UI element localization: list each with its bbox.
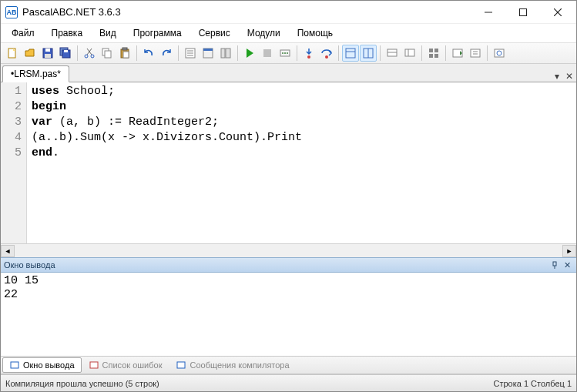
view-2-button[interactable]: [360, 45, 377, 62]
toolbar-separator: [77, 45, 78, 61]
redo-button[interactable]: [158, 45, 175, 62]
bottom-tab-label: Список ошибок: [102, 360, 163, 370]
locals-button[interactable]: [401, 45, 418, 62]
menu-сервис[interactable]: Сервис: [191, 25, 238, 41]
compile-icon: [279, 47, 291, 59]
panel-close-button[interactable]: ✕: [561, 259, 573, 271]
watch-button[interactable]: [384, 45, 401, 62]
copy-button[interactable]: [99, 45, 116, 62]
output-line: 10 15: [4, 274, 573, 288]
scroll-right-button[interactable]: ►: [562, 245, 576, 257]
menu-помощь[interactable]: Помощь: [290, 25, 340, 41]
run-button[interactable]: [241, 45, 258, 62]
line-number: 1: [1, 84, 22, 99]
new-file-button[interactable]: [4, 45, 21, 62]
properties-icon: [184, 47, 196, 59]
form-button[interactable]: [200, 45, 216, 62]
cut-button[interactable]: [81, 45, 98, 62]
menu-программа[interactable]: Программа: [126, 25, 190, 41]
svg-rect-56: [553, 262, 556, 266]
stop-button[interactable]: [259, 45, 276, 62]
svg-rect-58: [11, 362, 18, 368]
svg-rect-17: [105, 51, 111, 58]
step-over-icon: [320, 47, 333, 59]
code-editor[interactable]: 12345 uses School;begin var (a, b) := Re…: [1, 82, 576, 243]
tool-icon: [493, 47, 505, 59]
tab-close-button[interactable]: ✕: [562, 71, 576, 82]
svg-rect-20: [123, 52, 129, 58]
bottom-tab-label: Окно вывода: [23, 360, 75, 370]
redo-icon: [160, 47, 173, 59]
svg-rect-7: [45, 49, 50, 52]
step-into-button[interactable]: [300, 45, 317, 62]
view-icon: [344, 47, 357, 59]
bottom-tab-errors[interactable]: Список ошибок: [82, 357, 169, 373]
code-line: uses School;: [32, 84, 572, 99]
properties-button[interactable]: [182, 45, 199, 62]
open-file-button[interactable]: [22, 45, 39, 62]
watch-icon: [386, 47, 398, 59]
svg-rect-28: [226, 49, 230, 58]
code-area[interactable]: uses School;begin var (a, b) := ReadInte…: [27, 82, 576, 243]
svg-point-14: [85, 55, 88, 58]
locals-icon: [404, 47, 416, 59]
view-1-button[interactable]: [342, 45, 359, 62]
scroll-track[interactable]: [15, 245, 562, 257]
toolbar-separator: [237, 45, 238, 61]
line-number: 4: [1, 130, 22, 146]
menu-файл[interactable]: Файл: [4, 25, 42, 41]
svg-point-35: [307, 55, 310, 59]
tab-dropdown-button[interactable]: ▾: [552, 71, 562, 82]
toolbar-separator: [178, 45, 179, 61]
tool-b-button[interactable]: [467, 45, 484, 62]
step-over-button[interactable]: [318, 45, 335, 62]
tool-c-button[interactable]: [491, 45, 508, 62]
layout-button[interactable]: [217, 45, 234, 62]
svg-rect-59: [90, 362, 98, 368]
menu-модули[interactable]: Модули: [240, 25, 288, 41]
save-button[interactable]: [39, 45, 56, 62]
save-all-icon: [59, 47, 72, 59]
toolbar-separator: [421, 45, 422, 61]
line-number: 2: [1, 99, 22, 115]
svg-rect-37: [346, 49, 355, 58]
bottom-tab-output[interactable]: Окно вывода: [2, 357, 82, 373]
run-icon: [243, 47, 256, 59]
window-title: PascalABC.NET 3.6.3: [22, 6, 471, 18]
toolbar-separator: [380, 45, 381, 61]
save-all-button[interactable]: [57, 45, 74, 62]
svg-rect-8: [45, 54, 51, 58]
code-line: var (a, b) := ReadInteger2;: [32, 115, 572, 130]
output-panel[interactable]: 10 1522: [1, 273, 576, 356]
svg-rect-46: [434, 49, 438, 52]
undo-icon: [143, 47, 155, 59]
menu-вид[interactable]: Вид: [92, 25, 124, 41]
svg-rect-19: [122, 48, 127, 50]
line-number: 5: [1, 146, 22, 161]
pin-button[interactable]: [548, 259, 561, 271]
close-button[interactable]: [540, 2, 575, 23]
paste-icon: [119, 47, 131, 59]
close-icon: [554, 8, 562, 16]
paste-button[interactable]: [116, 45, 133, 62]
bottom-tab-messages[interactable]: Сообщения компилятора: [169, 357, 296, 373]
minimize-button[interactable]: [471, 2, 505, 23]
cut-icon: [83, 47, 96, 59]
code-line: begin: [32, 99, 572, 115]
compile-button[interactable]: [277, 45, 294, 62]
save-icon: [42, 47, 54, 59]
line-number: 3: [1, 115, 22, 130]
undo-button[interactable]: [140, 45, 157, 62]
bottom-tab-label: Сообщения компилятора: [190, 360, 289, 370]
line-gutter: 12345: [1, 82, 27, 243]
horizontal-scrollbar[interactable]: ◄ ►: [1, 243, 576, 257]
maximize-button[interactable]: [505, 2, 540, 23]
tool-a-button[interactable]: [449, 45, 466, 62]
tool-icon: [469, 47, 481, 59]
menu-правка[interactable]: Правка: [44, 25, 91, 41]
scroll-left-button[interactable]: ◄: [1, 245, 15, 257]
output-panel-title: Окно вывода: [4, 260, 55, 270]
svg-rect-51: [471, 49, 480, 57]
tab-lrsm[interactable]: •LRSM.pas*: [2, 65, 69, 82]
options-button[interactable]: [425, 45, 442, 62]
